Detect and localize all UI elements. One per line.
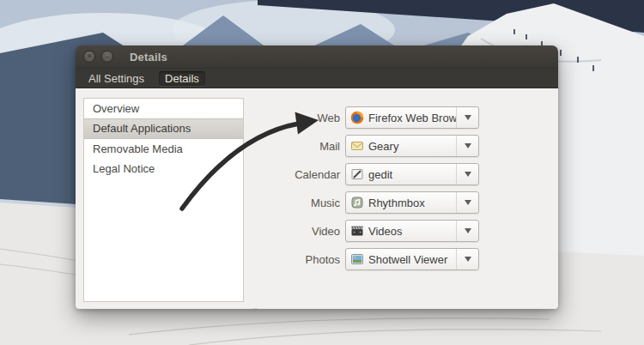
sidebar-item-legal-notice[interactable]: Legal Notice	[84, 159, 243, 179]
music-label: Music	[244, 197, 340, 209]
all-settings-button[interactable]: All Settings	[82, 71, 150, 86]
calendar-label: Calendar	[244, 168, 340, 181]
setting-row-mail: Mail Geary	[244, 135, 558, 157]
videos-icon	[350, 224, 364, 238]
music-value: Rhythmbox	[368, 197, 456, 209]
chevron-down-icon	[465, 257, 471, 262]
setting-row-calendar: Calendar gedit	[244, 163, 558, 185]
setting-row-web: Web Firefox Web Browser	[244, 106, 558, 129]
video-value: Videos	[368, 225, 456, 238]
minimize-icon: –	[106, 53, 109, 60]
chevron-down-icon	[465, 143, 471, 148]
calendar-dropdown-arrow[interactable]	[456, 164, 478, 185]
photos-label: Photos	[244, 253, 340, 266]
minimize-button[interactable]: –	[101, 51, 113, 63]
photos-dropdown-arrow[interactable]	[456, 249, 478, 269]
web-dropdown-arrow[interactable]	[456, 107, 478, 128]
gedit-icon	[350, 167, 364, 181]
calendar-value: gedit	[368, 168, 456, 181]
mail-value: Geary	[368, 140, 456, 153]
setting-row-video: Video Videos	[244, 220, 558, 242]
chevron-down-icon	[465, 115, 471, 120]
photos-value: Shotwell Viewer	[368, 253, 456, 266]
firefox-icon	[350, 111, 364, 124]
music-dropdown[interactable]: Rhythmbox	[345, 191, 479, 214]
chevron-down-icon	[465, 228, 471, 233]
desktop: ✕ – Details All Settings Details Overvie…	[0, 0, 644, 345]
rhythmbox-icon	[350, 196, 364, 209]
chevron-down-icon	[465, 172, 471, 177]
setting-row-photos: Photos Shotwell Viewer	[244, 248, 558, 270]
mail-label: Mail	[244, 140, 340, 153]
window-title: Details	[130, 51, 167, 64]
web-label: Web	[244, 112, 340, 124]
geary-icon	[350, 139, 364, 153]
sidebar-item-default-applications[interactable]: Default Applications	[84, 118, 243, 139]
toolbar: All Settings Details	[76, 69, 558, 88]
sidebar-item-overview[interactable]: Overview	[84, 99, 243, 118]
titlebar[interactable]: ✕ – Details	[76, 45, 558, 69]
video-dropdown[interactable]: Videos	[345, 220, 479, 242]
video-dropdown-arrow[interactable]	[456, 221, 478, 241]
music-dropdown-arrow[interactable]	[456, 192, 478, 213]
close-icon: ✕	[87, 53, 93, 60]
details-window: ✕ – Details All Settings Details Overvie…	[76, 45, 558, 309]
close-button[interactable]: ✕	[83, 51, 95, 63]
setting-row-music: Music Rhythmbox	[244, 191, 558, 214]
web-value: Firefox Web Browser	[368, 112, 456, 124]
sidebar-item-removable-media[interactable]: Removable Media	[84, 139, 243, 159]
mail-dropdown-arrow[interactable]	[456, 136, 478, 156]
window-content: Overview Default Applications Removable …	[76, 88, 558, 308]
default-applications-panel: Web Firefox Web Browser Mail	[244, 88, 558, 308]
sidebar: Overview Default Applications Removable …	[83, 98, 244, 302]
shotwell-icon	[350, 252, 364, 266]
chevron-down-icon	[465, 200, 471, 205]
calendar-dropdown[interactable]: gedit	[345, 163, 479, 185]
video-label: Video	[244, 225, 340, 238]
mail-dropdown[interactable]: Geary	[345, 135, 479, 157]
web-dropdown[interactable]: Firefox Web Browser	[345, 106, 479, 129]
details-breadcrumb-button[interactable]: Details	[159, 71, 205, 86]
photos-dropdown[interactable]: Shotwell Viewer	[345, 248, 479, 270]
